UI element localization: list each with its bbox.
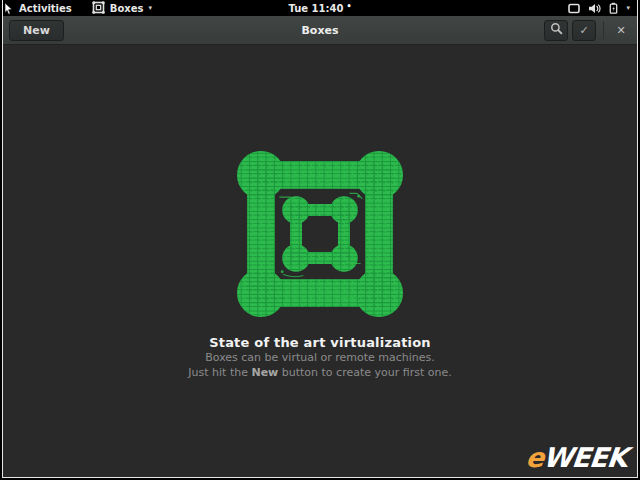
selection-mode-button[interactable]: ✓ [572, 20, 596, 41]
chevron-down-icon: ▾ [148, 4, 152, 12]
empty-state-line2: Just hit the New button to create your f… [3, 365, 637, 380]
system-chevron-icon: ▾ [626, 4, 630, 12]
clock-label: Tue 11:40 [288, 3, 343, 14]
close-button[interactable]: ✕ [611, 20, 631, 41]
search-button[interactable] [544, 20, 568, 41]
checkmark-icon: ✓ [579, 25, 588, 36]
desktop: Activities Boxes ▾ [2, 0, 638, 478]
app-menu-label: Boxes [110, 3, 144, 14]
eweek-logo: eWEEK [525, 444, 629, 471]
mouse-cursor-icon [4, 3, 13, 15]
gnome-top-bar: Activities Boxes ▾ [3, 0, 637, 16]
boxes-app-icon [92, 1, 105, 16]
app-menu-button[interactable]: Boxes ▾ [86, 0, 158, 16]
window-title: Boxes [301, 24, 338, 37]
screenshot-frame: Activities Boxes ▾ [0, 0, 640, 480]
clock[interactable]: Tue 11:40 • [288, 0, 351, 16]
notification-dot: • [346, 2, 351, 11]
empty-state-view: State of the art virtualization Boxes ca… [3, 45, 637, 477]
close-icon: ✕ [616, 24, 625, 37]
eweek-logo-week: WEEK [542, 442, 629, 473]
line2-new-emphasis: New [251, 366, 278, 379]
volume-icon [588, 3, 601, 14]
search-icon [550, 22, 563, 38]
line2-suffix: button to create your first one. [278, 366, 451, 379]
empty-state-line1: Boxes can be virtual or remote machines. [3, 350, 637, 365]
headerbar-separator [603, 21, 604, 39]
new-button[interactable]: New [9, 20, 64, 41]
line2-prefix: Just hit the [188, 366, 251, 379]
battery-icon [609, 2, 618, 14]
boxes-logo [237, 151, 403, 317]
activities-button[interactable]: Activities [13, 0, 78, 16]
headerbar: New Boxes ✓ ✕ [3, 16, 637, 45]
system-status-area[interactable]: ▾ [568, 0, 637, 16]
empty-state-title: State of the art virtualization [3, 335, 637, 350]
headerbar-actions: ✓ ✕ [544, 20, 637, 41]
display-icon [568, 3, 580, 14]
topbar-left: Activities Boxes ▾ [3, 0, 158, 16]
